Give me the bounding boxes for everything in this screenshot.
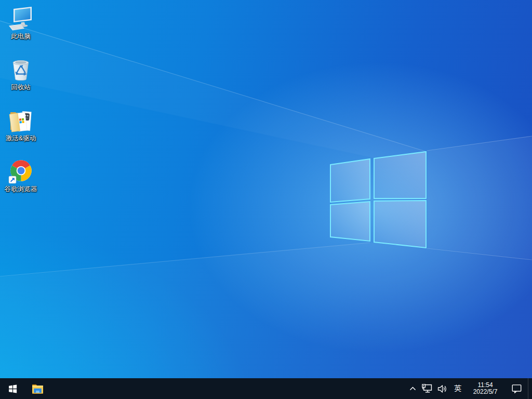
wired-network-icon [422,384,432,393]
desktop-wallpaper [0,0,532,399]
desktop-icon-activation-drivers[interactable]: 激活&驱动 [1,104,41,155]
icon-label: 回收站 [11,84,31,91]
network-status-button[interactable] [419,378,435,399]
folder-open-icon [8,108,33,133]
input-language-indicator[interactable]: 英 [450,378,465,399]
taskbar-empty-area [50,378,406,399]
show-hidden-icons-button[interactable] [406,378,419,399]
recycle-bin-icon [8,57,33,82]
system-tray: 英 11:54 2022/5/7 [406,378,532,399]
taskbar-clock[interactable]: 11:54 2022/5/7 [465,378,506,399]
file-explorer-icon [32,383,44,394]
desktop-icon-recycle-bin[interactable]: 回收站 [1,53,41,104]
desktop-icon-this-pc[interactable]: 此电脑 [1,2,41,53]
icon-label: 此电脑 [11,33,31,40]
windows-flag-icon [8,384,17,393]
notification-bubble-icon [512,384,522,393]
this-pc-icon [8,6,33,31]
icon-label: 谷歌浏览器 [5,185,37,193]
windows-desktop: 此电脑 [0,0,532,399]
show-desktop-button[interactable] [528,378,532,399]
desktop-icon-google-chrome[interactable]: 谷歌浏览器 [1,155,41,206]
clock-date: 2022/5/7 [473,389,498,395]
taskbar: 英 11:54 2022/5/7 [0,378,532,399]
speaker-icon [437,384,448,393]
chevron-up-icon [409,385,417,393]
file-explorer-button[interactable] [25,378,50,399]
chrome-icon [8,159,33,184]
action-center-button[interactable] [506,378,528,399]
volume-button[interactable] [435,378,450,399]
start-button[interactable] [0,378,25,399]
desktop-icon-grid: 此电脑 [1,2,41,206]
icon-label: 激活&驱动 [6,135,36,142]
